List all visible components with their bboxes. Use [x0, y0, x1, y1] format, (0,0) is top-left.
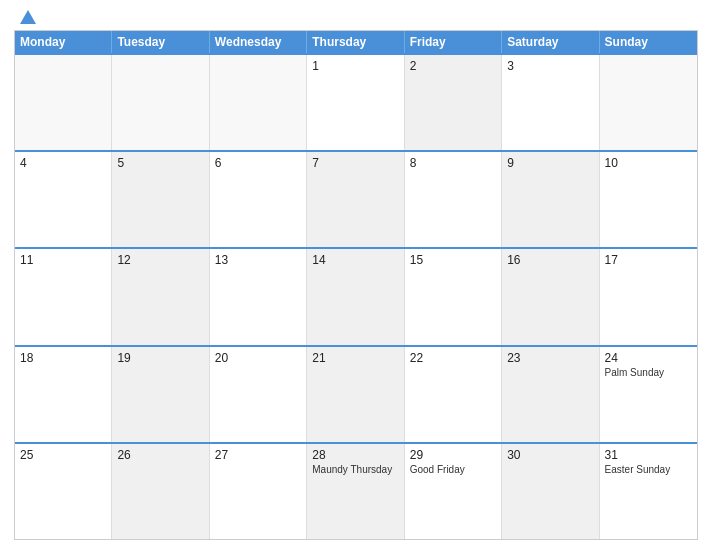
calendar-day: 8 — [405, 152, 502, 247]
weekday-header-sunday: Sunday — [600, 31, 697, 53]
calendar-day: 24Palm Sunday — [600, 347, 697, 442]
calendar-day: 9 — [502, 152, 599, 247]
day-event: Good Friday — [410, 464, 496, 476]
calendar-day: 10 — [600, 152, 697, 247]
day-number: 19 — [117, 351, 203, 365]
calendar-day: 18 — [15, 347, 112, 442]
calendar-day: 6 — [210, 152, 307, 247]
day-number: 31 — [605, 448, 692, 462]
calendar-week-5: 25262728Maundy Thursday29Good Friday3031… — [15, 442, 697, 539]
day-number: 29 — [410, 448, 496, 462]
weekday-header-monday: Monday — [15, 31, 112, 53]
day-event: Easter Sunday — [605, 464, 692, 476]
weekday-header-tuesday: Tuesday — [112, 31, 209, 53]
day-number: 20 — [215, 351, 301, 365]
calendar-day — [112, 55, 209, 150]
day-number: 16 — [507, 253, 593, 267]
calendar-day: 23 — [502, 347, 599, 442]
day-number: 14 — [312, 253, 398, 267]
calendar-day: 4 — [15, 152, 112, 247]
calendar-day: 14 — [307, 249, 404, 344]
calendar-day: 1 — [307, 55, 404, 150]
calendar-day: 29Good Friday — [405, 444, 502, 539]
day-number: 7 — [312, 156, 398, 170]
calendar-day: 28Maundy Thursday — [307, 444, 404, 539]
day-number: 5 — [117, 156, 203, 170]
day-number: 17 — [605, 253, 692, 267]
calendar-day: 26 — [112, 444, 209, 539]
calendar-day: 11 — [15, 249, 112, 344]
logo — [14, 10, 40, 24]
day-number: 24 — [605, 351, 692, 365]
calendar-day: 12 — [112, 249, 209, 344]
calendar-day: 27 — [210, 444, 307, 539]
calendar-header — [14, 10, 698, 24]
calendar-day: 13 — [210, 249, 307, 344]
calendar-week-2: 45678910 — [15, 150, 697, 247]
day-number: 18 — [20, 351, 106, 365]
day-event: Maundy Thursday — [312, 464, 398, 476]
calendar-week-4: 18192021222324Palm Sunday — [15, 345, 697, 442]
day-number: 27 — [215, 448, 301, 462]
day-number: 3 — [507, 59, 593, 73]
calendar-day: 15 — [405, 249, 502, 344]
calendar-day: 2 — [405, 55, 502, 150]
day-number: 22 — [410, 351, 496, 365]
day-number: 2 — [410, 59, 496, 73]
calendar-day: 3 — [502, 55, 599, 150]
day-number: 4 — [20, 156, 106, 170]
calendar-day: 19 — [112, 347, 209, 442]
calendar-day: 30 — [502, 444, 599, 539]
calendar-body: 123456789101112131415161718192021222324P… — [15, 53, 697, 539]
calendar-day: 21 — [307, 347, 404, 442]
weekday-header-saturday: Saturday — [502, 31, 599, 53]
calendar-weekday-header: MondayTuesdayWednesdayThursdayFridaySatu… — [15, 31, 697, 53]
day-number: 23 — [507, 351, 593, 365]
calendar: MondayTuesdayWednesdayThursdayFridaySatu… — [14, 30, 698, 540]
calendar-day: 31Easter Sunday — [600, 444, 697, 539]
day-event: Palm Sunday — [605, 367, 692, 379]
day-number: 1 — [312, 59, 398, 73]
calendar-day — [210, 55, 307, 150]
calendar-week-3: 11121314151617 — [15, 247, 697, 344]
weekday-header-friday: Friday — [405, 31, 502, 53]
day-number: 10 — [605, 156, 692, 170]
calendar-day — [600, 55, 697, 150]
calendar-day: 16 — [502, 249, 599, 344]
weekday-header-thursday: Thursday — [307, 31, 404, 53]
weekday-header-wednesday: Wednesday — [210, 31, 307, 53]
calendar-day: 7 — [307, 152, 404, 247]
calendar-week-1: 123 — [15, 53, 697, 150]
day-number: 25 — [20, 448, 106, 462]
calendar-day: 22 — [405, 347, 502, 442]
day-number: 26 — [117, 448, 203, 462]
day-number: 15 — [410, 253, 496, 267]
day-number: 21 — [312, 351, 398, 365]
day-number: 12 — [117, 253, 203, 267]
day-number: 30 — [507, 448, 593, 462]
logo-icon — [20, 10, 36, 24]
day-number: 28 — [312, 448, 398, 462]
day-number: 6 — [215, 156, 301, 170]
day-number: 9 — [507, 156, 593, 170]
calendar-day: 5 — [112, 152, 209, 247]
calendar-day: 20 — [210, 347, 307, 442]
calendar-day — [15, 55, 112, 150]
calendar-day: 17 — [600, 249, 697, 344]
day-number: 13 — [215, 253, 301, 267]
day-number: 11 — [20, 253, 106, 267]
day-number: 8 — [410, 156, 496, 170]
calendar-day: 25 — [15, 444, 112, 539]
